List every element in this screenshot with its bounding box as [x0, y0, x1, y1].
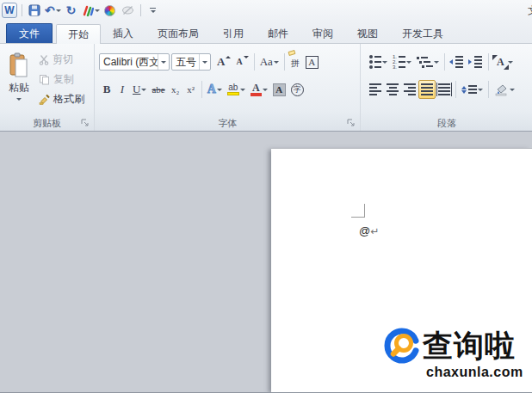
text-effects-glyph: A — [207, 83, 216, 95]
chevron-down-icon — [406, 61, 411, 64]
document-page[interactable]: @↵ 查询啦 chaxunla.com — [271, 148, 532, 393]
increase-indent-icon — [469, 56, 483, 68]
copy-button: 复制 — [36, 71, 87, 88]
bullets-button[interactable] — [367, 52, 390, 71]
color-wheel-button[interactable] — [102, 3, 118, 18]
watermark-logo: 查询啦 chaxunla.com — [381, 325, 532, 380]
strikethrough-glyph: abe — [152, 83, 164, 95]
tab-home[interactable]: 开始 — [56, 24, 101, 44]
justify-icon — [421, 83, 433, 95]
font-name-combo[interactable]: Calibri (西文 — [99, 53, 170, 71]
font-dialog-launcher[interactable] — [346, 118, 356, 128]
chevron-down-icon — [151, 10, 156, 13]
group-clipboard: 粘贴 剪切 复制 — [0, 44, 95, 131]
underline-button[interactable]: U — [130, 80, 149, 99]
increase-indent-button[interactable] — [467, 52, 486, 71]
grow-font-glyph: A — [217, 56, 225, 68]
align-left-button[interactable] — [367, 80, 384, 99]
chevron-down-icon — [508, 61, 513, 64]
align-right-button[interactable] — [401, 80, 418, 99]
tab-mailings[interactable]: 邮件 — [256, 23, 300, 43]
disabled-tool-button — [121, 3, 136, 18]
phonetic-guide-button[interactable]: 拼 — [288, 52, 303, 71]
customize-qat-button[interactable] — [145, 3, 161, 18]
format-painter-button[interactable]: 格式刷 — [36, 90, 87, 107]
word-window: W ↶ ↻ — [0, 0, 532, 393]
margin-crop-mark-icon — [351, 204, 365, 218]
grow-font-button[interactable]: A — [214, 52, 233, 71]
decrease-indent-icon — [450, 56, 464, 68]
align-center-icon — [387, 83, 399, 95]
separator — [201, 81, 202, 98]
slashed-oval-icon — [121, 5, 134, 15]
justify-button[interactable] — [418, 80, 436, 99]
tab-file[interactable]: 文件 — [6, 23, 53, 43]
character-shading-button[interactable]: A — [270, 80, 288, 99]
typed-text: @ — [359, 224, 370, 237]
copy-label: 复制 — [53, 72, 74, 87]
tab-developer[interactable]: 开发工具 — [390, 23, 455, 43]
separator — [488, 53, 489, 71]
paste-button[interactable]: 粘贴 — [3, 49, 34, 116]
tab-references[interactable]: 引用 — [211, 23, 256, 43]
cut-button: 剪切 — [36, 51, 87, 68]
bold-button[interactable]: B — [99, 80, 114, 99]
chevron-down-icon[interactable] — [158, 54, 169, 70]
clipboard-dialog-launcher[interactable] — [80, 118, 90, 128]
multilevel-list-icon — [417, 57, 433, 68]
shrink-font-button[interactable]: A — [233, 52, 251, 71]
highlight-icon: ab — [227, 83, 239, 95]
shrink-font-glyph: A — [236, 56, 242, 68]
font-size-combo[interactable]: 五号 — [171, 53, 211, 71]
chevron-down-icon[interactable] — [199, 54, 210, 70]
save-button[interactable] — [27, 3, 42, 18]
enclose-characters-glyph: 字 — [291, 83, 304, 96]
tab-view[interactable]: 视图 — [345, 23, 390, 43]
pens-button[interactable] — [82, 3, 100, 18]
enclose-characters-button[interactable]: 字 — [288, 80, 306, 99]
font-color-button[interactable]: A — [248, 80, 270, 99]
shading-button[interactable] — [492, 80, 517, 99]
strikethrough-button[interactable]: abe — [149, 80, 167, 99]
multilevel-list-button[interactable] — [414, 52, 442, 71]
text-highlight-button[interactable]: ab — [225, 80, 248, 99]
chevron-down-icon — [382, 61, 387, 64]
format-painter-icon — [39, 94, 50, 105]
italic-glyph: I — [119, 83, 126, 95]
undo-button[interactable]: ↶ — [45, 3, 61, 18]
tab-page-layout[interactable]: 页面布局 — [145, 23, 211, 43]
underline-glyph: U — [133, 83, 140, 95]
numbering-button[interactable]: 1. 2. 3. — [390, 52, 414, 71]
line-spacing-button[interactable] — [459, 80, 486, 99]
chevron-down-icon — [434, 61, 439, 64]
tab-insert[interactable]: 插入 — [101, 23, 145, 43]
ribbon-tab-bar: 文件 开始 插入 页面布局 引用 邮件 审阅 视图 开发工具 — [0, 21, 532, 43]
character-border-button[interactable]: A — [303, 52, 321, 71]
align-center-button[interactable] — [384, 80, 401, 99]
text-effects-button[interactable]: A — [205, 80, 225, 99]
bullet-list-icon — [369, 55, 381, 69]
align-right-icon — [404, 83, 416, 95]
paragraph-row-2 — [367, 80, 517, 99]
phonetic-guide-glyph: 拼 — [291, 58, 300, 68]
tab-review[interactable]: 审阅 — [300, 23, 345, 43]
asian-layout-button[interactable]: A — [492, 52, 516, 71]
word-logo-icon[interactable]: W — [2, 3, 17, 18]
italic-button[interactable]: I — [114, 80, 130, 99]
separator — [488, 81, 489, 98]
redo-button[interactable]: ↻ — [64, 3, 79, 18]
document-text[interactable]: @↵ — [359, 224, 379, 237]
chevron-down-icon — [217, 89, 222, 91]
subscript-button[interactable]: x₂ — [168, 80, 183, 99]
document-area[interactable]: @↵ 查询啦 chaxunla.com — [0, 132, 532, 393]
distribute-button[interactable] — [436, 80, 453, 99]
window-title: 文 — [528, 3, 532, 18]
decrease-indent-button[interactable] — [448, 52, 467, 71]
change-case-button[interactable]: Aa — [257, 52, 281, 71]
format-painter-label: 格式刷 — [53, 92, 84, 107]
clipboard-icon — [8, 52, 30, 78]
separator — [254, 53, 255, 71]
separator — [284, 53, 285, 71]
chevron-down-icon — [240, 89, 245, 91]
superscript-button[interactable]: x² — [183, 80, 199, 99]
